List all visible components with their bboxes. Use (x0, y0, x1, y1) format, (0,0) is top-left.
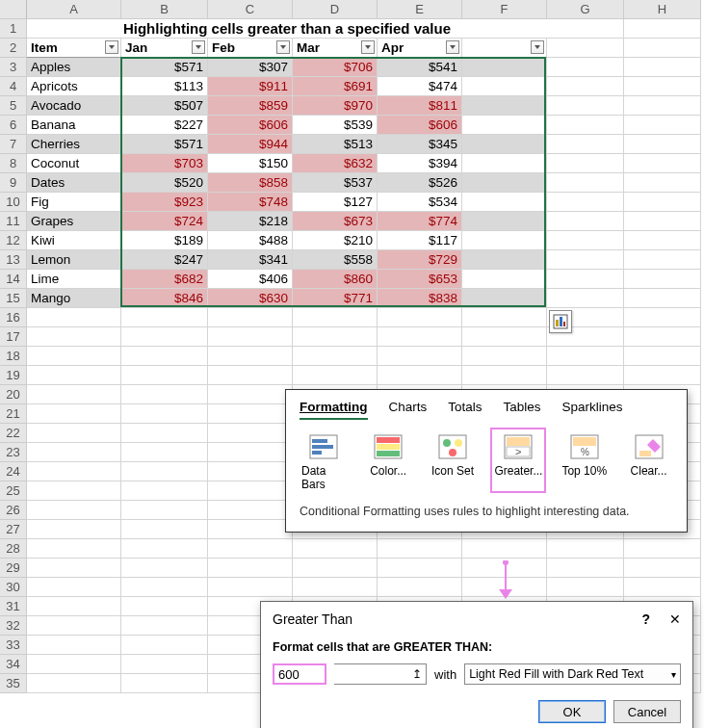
item-name-cell[interactable]: Banana (27, 116, 121, 135)
data-cell[interactable]: $127 (293, 193, 378, 212)
cell[interactable] (624, 19, 701, 39)
data-cell[interactable]: $526 (378, 173, 462, 193)
cell[interactable] (378, 366, 462, 385)
cell[interactable] (624, 578, 701, 597)
item-name-cell[interactable]: Lemon (27, 250, 121, 270)
data-cell[interactable]: $558 (293, 250, 378, 270)
row-header[interactable]: 8 (0, 154, 27, 173)
tab-totals[interactable]: Totals (448, 400, 482, 420)
data-cell[interactable]: $394 (378, 154, 462, 173)
header-item[interactable]: Item (27, 39, 121, 58)
cell[interactable] (27, 385, 121, 404)
cell[interactable] (547, 559, 624, 578)
row-header[interactable]: 13 (0, 250, 27, 270)
row-header[interactable]: 15 (0, 289, 27, 308)
cell[interactable] (121, 539, 208, 559)
dialog-help-button[interactable]: ? (642, 611, 651, 627)
data-cell[interactable]: $488 (208, 231, 293, 250)
cell[interactable] (547, 231, 624, 250)
data-cell[interactable]: $838 (378, 289, 462, 308)
cell[interactable] (27, 347, 121, 366)
cell[interactable] (27, 481, 121, 501)
header-month[interactable]: Mar (293, 39, 378, 58)
cell[interactable] (462, 539, 547, 559)
data-cell[interactable]: $691 (293, 77, 378, 96)
cell[interactable] (121, 424, 208, 443)
item-name-cell[interactable]: Fig (27, 193, 121, 212)
column-header[interactable]: F (462, 0, 547, 19)
cell[interactable] (293, 308, 378, 327)
row-header[interactable]: 34 (0, 655, 27, 674)
cell[interactable] (27, 308, 121, 327)
gallery-color-scale[interactable]: Color... (364, 429, 413, 491)
cell[interactable] (624, 39, 701, 58)
row-header[interactable]: 2 (0, 39, 27, 58)
cell[interactable] (293, 327, 378, 347)
cell[interactable] (27, 559, 121, 578)
data-cell[interactable]: $846 (121, 289, 208, 308)
cell[interactable] (121, 385, 208, 404)
cell[interactable] (27, 636, 121, 655)
item-name-cell[interactable]: Apples (27, 58, 121, 77)
tab-charts[interactable]: Charts (389, 400, 428, 420)
cell[interactable] (624, 559, 701, 578)
data-cell[interactable]: $944 (208, 135, 293, 154)
data-cell[interactable]: $860 (293, 270, 378, 289)
row-header[interactable]: 29 (0, 559, 27, 578)
cell[interactable] (378, 347, 462, 366)
data-cell[interactable]: $606 (378, 116, 462, 135)
row-header[interactable]: 32 (0, 616, 27, 636)
cell[interactable] (547, 539, 624, 559)
row-header[interactable]: 4 (0, 77, 27, 96)
cell[interactable] (121, 327, 208, 347)
cell[interactable] (293, 559, 378, 578)
data-cell[interactable]: $507 (121, 96, 208, 116)
data-cell[interactable]: $970 (293, 96, 378, 116)
gallery-data-bars[interactable]: Data Bars (300, 429, 349, 491)
cell[interactable] (27, 539, 121, 559)
header-month[interactable]: Apr (378, 39, 462, 58)
cell[interactable] (547, 19, 624, 39)
cell[interactable] (624, 77, 701, 96)
data-cell[interactable] (462, 135, 547, 154)
cell[interactable] (121, 308, 208, 327)
data-cell[interactable]: $911 (208, 77, 293, 96)
cell[interactable] (208, 424, 293, 443)
cell[interactable] (378, 539, 462, 559)
data-cell[interactable]: $571 (121, 135, 208, 154)
cell[interactable] (547, 250, 624, 270)
cell[interactable] (27, 462, 121, 481)
cell[interactable] (624, 96, 701, 116)
cell[interactable] (121, 501, 208, 520)
data-cell[interactable]: $774 (378, 212, 462, 231)
data-cell[interactable]: $606 (208, 116, 293, 135)
data-cell[interactable] (462, 116, 547, 135)
row-header[interactable]: 10 (0, 193, 27, 212)
item-name-cell[interactable]: Kiwi (27, 231, 121, 250)
data-cell[interactable]: $541 (378, 58, 462, 77)
cell[interactable] (27, 578, 121, 597)
cell[interactable] (121, 443, 208, 462)
data-cell[interactable]: $630 (208, 289, 293, 308)
row-header[interactable]: 24 (0, 462, 27, 481)
filter-dropdown-icon[interactable] (531, 40, 544, 54)
cell[interactable] (547, 39, 624, 58)
cell[interactable] (547, 116, 624, 135)
tab-formatting[interactable]: Formatting (300, 400, 368, 420)
cell[interactable] (27, 366, 121, 385)
column-header[interactable]: E (378, 0, 462, 19)
cell[interactable] (27, 424, 121, 443)
data-cell[interactable]: $520 (121, 173, 208, 193)
cell[interactable] (208, 520, 293, 539)
cell[interactable] (624, 193, 701, 212)
cell[interactable] (624, 270, 701, 289)
threshold-input[interactable] (273, 663, 326, 685)
cell[interactable] (378, 559, 462, 578)
cell[interactable] (547, 347, 624, 366)
row-header[interactable]: 20 (0, 385, 27, 404)
cell[interactable] (208, 481, 293, 501)
cell[interactable] (208, 559, 293, 578)
cell[interactable] (378, 308, 462, 327)
cell[interactable] (27, 597, 121, 616)
cell[interactable] (547, 173, 624, 193)
